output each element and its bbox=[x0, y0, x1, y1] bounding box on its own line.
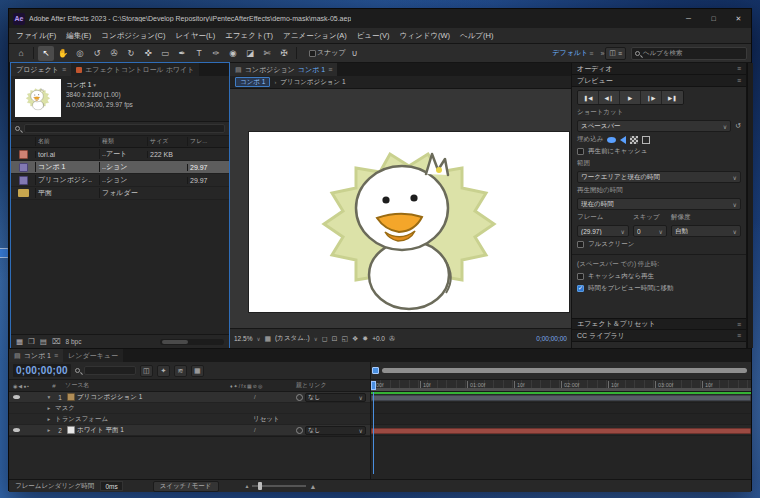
selected-comp-name[interactable]: コンポ 1 bbox=[66, 81, 91, 88]
switches-modes-toggle-button[interactable]: スイッチ / モード bbox=[153, 481, 219, 492]
move-time-checkbox[interactable] bbox=[577, 285, 584, 292]
twirl-open-icon[interactable]: ▾ bbox=[45, 394, 53, 400]
zoom-in-mountain-icon[interactable]: ▲ bbox=[309, 483, 316, 490]
eye-icon[interactable] bbox=[13, 428, 20, 432]
panel-options-button[interactable]: ◫ ≡ bbox=[605, 47, 626, 60]
clone-stamp-tool-icon[interactable]: ◉ bbox=[225, 46, 241, 61]
magnet-icon[interactable]: ∪ bbox=[347, 46, 363, 61]
menu-item-composition[interactable]: コンポジション(C) bbox=[96, 31, 170, 41]
selection-tool-icon[interactable]: ↖ bbox=[38, 46, 54, 61]
layer-quality-switch[interactable]: / bbox=[254, 394, 294, 400]
panel-menu-icon[interactable]: ≡ bbox=[737, 77, 741, 84]
chevron-down-icon[interactable]: ▾ bbox=[93, 82, 96, 88]
panel-menu-icon[interactable]: ≡ bbox=[737, 332, 741, 339]
project-row-tori-ai[interactable]: tori.ai ..アート 222 KB bbox=[11, 148, 229, 161]
grid-guides-icon[interactable]: ▦ bbox=[264, 335, 271, 343]
magnification-value[interactable]: 12.5% bbox=[234, 335, 252, 342]
workspace-selector[interactable]: デフォルト bbox=[552, 48, 588, 58]
layer-color-chip[interactable] bbox=[67, 393, 75, 401]
column-header-name[interactable]: 名前 bbox=[35, 137, 99, 146]
panel-menu-icon[interactable]: ≡ bbox=[737, 65, 741, 72]
first-frame-button[interactable]: ❚◀ bbox=[578, 91, 599, 104]
column-header-index[interactable]: # bbox=[45, 383, 63, 389]
include-audio-speaker-icon[interactable] bbox=[620, 136, 626, 144]
close-button[interactable]: ✕ bbox=[726, 9, 751, 28]
project-thumbnail[interactable] bbox=[15, 79, 61, 117]
menu-item-edit[interactable]: 編集(E) bbox=[61, 31, 96, 41]
menu-item-window[interactable]: ウィンドウ(W) bbox=[395, 31, 455, 41]
composition-mini-flowchart-icon[interactable]: ◫ bbox=[140, 365, 153, 377]
menu-item-file[interactable]: ファイル(F) bbox=[11, 31, 61, 41]
dropdown-icon[interactable]: ∨ bbox=[256, 336, 260, 342]
dropdown-icon[interactable]: ∨ bbox=[314, 336, 318, 342]
skip-dropdown[interactable]: 0 ∨ bbox=[633, 225, 667, 237]
help-search-input[interactable]: ヘルプを検索 bbox=[631, 47, 747, 60]
navigator-range-bar[interactable] bbox=[382, 368, 747, 373]
column-header-size[interactable]: サイズ bbox=[147, 137, 187, 146]
exposure-value[interactable]: +0.0 bbox=[372, 335, 385, 342]
panel-menu-icon[interactable]: ≡ bbox=[54, 352, 58, 359]
timeline-search-input[interactable] bbox=[84, 366, 136, 375]
tab-effect-controls[interactable]: エフェクトコントロール ホワイト bbox=[71, 63, 199, 76]
time-ruler[interactable]: 00f 10f 01:00f 10f 02:00f 10f 03:00f 10f bbox=[371, 380, 751, 392]
column-header-type[interactable]: 種類 bbox=[99, 137, 147, 146]
timeline-zoom-slider[interactable]: ▲ ▲ bbox=[245, 483, 317, 490]
navigator-playhead-marker[interactable] bbox=[372, 367, 379, 374]
project-horizontal-scrollbar[interactable] bbox=[160, 339, 224, 345]
minimize-button[interactable]: ─ bbox=[676, 9, 701, 28]
precomp-layer-bar[interactable] bbox=[371, 395, 751, 401]
exposure-icon[interactable]: ✸ bbox=[362, 335, 368, 343]
play-from-dropdown[interactable]: 現在の時間 ∨ bbox=[577, 198, 741, 210]
range-dropdown[interactable]: ワークエリアと現在の時間 ∨ bbox=[577, 171, 741, 183]
navigator-nested-comp[interactable]: プリコンポジション 1 bbox=[280, 78, 345, 87]
property-bar-row[interactable] bbox=[371, 414, 751, 425]
tab-project[interactable]: プロジェクト ≡ bbox=[11, 63, 71, 76]
previous-frame-button[interactable]: ◀❙ bbox=[599, 91, 620, 104]
shortcut-dropdown[interactable]: スペースバー ∨ bbox=[577, 120, 731, 132]
snap-checkbox[interactable] bbox=[309, 50, 316, 57]
transparency-grid-icon[interactable]: ◱ bbox=[341, 335, 348, 343]
column-header-rate[interactable]: フレ... bbox=[187, 137, 229, 146]
camera-tool-icon[interactable]: ✇ bbox=[106, 46, 122, 61]
collapsed-panel-dock[interactable] bbox=[747, 63, 753, 348]
property-row-transform[interactable]: ▸ トランスフォーム リセット bbox=[9, 414, 370, 425]
menu-item-animation[interactable]: アニメーション(A) bbox=[278, 31, 352, 41]
navigator-current-comp[interactable]: コンポ 1 bbox=[235, 77, 270, 87]
timeline-graph-area[interactable]: 00f 10f 01:00f 10f 02:00f 10f 03:00f 10f bbox=[371, 362, 751, 479]
property-row-masks[interactable]: ▸ マスク bbox=[9, 403, 370, 414]
channels-icon[interactable]: ❖ bbox=[352, 335, 358, 343]
property-group-name[interactable]: マスク bbox=[55, 404, 366, 413]
panel-menu-icon[interactable]: ≡ bbox=[62, 66, 66, 73]
current-time-display[interactable]: 0;00;00;00 bbox=[13, 364, 71, 377]
menu-item-help[interactable]: ヘルプ(H) bbox=[455, 31, 498, 41]
layer-row-white-solid[interactable]: ▸ 2 ホワイト 平面 1 / なし ∨ bbox=[9, 425, 370, 436]
shape-tool-icon[interactable]: ▭ bbox=[157, 46, 173, 61]
audio-panel-header[interactable]: オーディオ ≡ bbox=[572, 63, 746, 75]
parent-dropdown[interactable]: なし ∨ bbox=[305, 393, 366, 402]
roto-brush-tool-icon[interactable]: ✄ bbox=[259, 46, 275, 61]
home-icon[interactable]: ⌂ bbox=[13, 46, 29, 61]
pickwhip-icon[interactable] bbox=[296, 427, 303, 434]
playhead-handle[interactable] bbox=[371, 381, 376, 390]
composition-canvas[interactable] bbox=[249, 132, 569, 312]
project-row-comp1[interactable]: コンポ 1 ..ション 29.97 bbox=[11, 161, 229, 174]
frame-blending-icon[interactable]: ≋ bbox=[174, 365, 187, 377]
puppet-tool-icon[interactable]: ✠ bbox=[276, 46, 292, 61]
next-frame-button[interactable]: ❙▶ bbox=[641, 91, 662, 104]
titlebar[interactable]: Ae Adobe After Effects 2023 - C:\Storage… bbox=[9, 9, 751, 28]
list-view-icon[interactable]: ▦ bbox=[16, 337, 23, 346]
layer-bar-row[interactable] bbox=[371, 425, 751, 436]
cache-before-playback-checkbox[interactable] bbox=[577, 148, 584, 155]
cc-libraries-header[interactable]: CC ライブラリ ≡ bbox=[572, 330, 746, 342]
preview-resolution-dropdown[interactable]: 自動 ∨ bbox=[671, 225, 741, 237]
zoom-out-mountain-icon[interactable]: ▲ bbox=[245, 483, 250, 489]
property-bar-row[interactable] bbox=[371, 403, 751, 414]
new-composition-icon[interactable]: ▤ bbox=[40, 337, 47, 346]
project-search-input[interactable] bbox=[24, 124, 225, 133]
time-navigator[interactable] bbox=[371, 362, 751, 380]
pan-behind-tool-icon[interactable]: ✜ bbox=[140, 46, 156, 61]
workspace-menu-icon[interactable]: ≡ bbox=[589, 50, 593, 57]
project-row-precomp[interactable]: プリコンポジシ.. ..ション 29.97 bbox=[11, 174, 229, 187]
panel-menu-icon[interactable]: ≡ bbox=[737, 321, 741, 328]
include-layer-controls-icon[interactable] bbox=[642, 136, 650, 144]
